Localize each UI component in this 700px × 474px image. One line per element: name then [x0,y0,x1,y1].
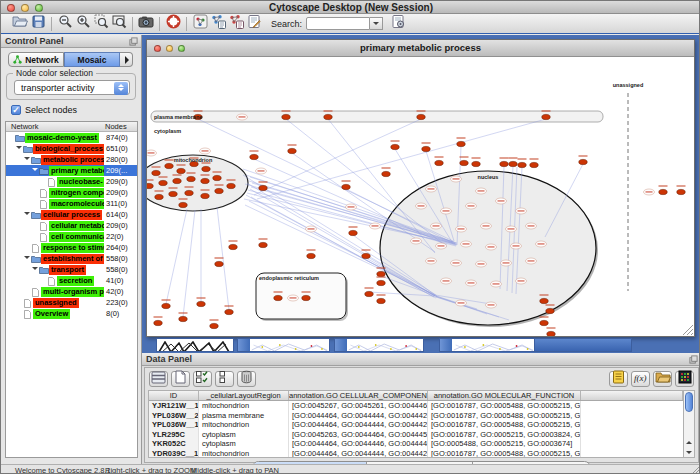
minimized-network-window[interactable] [156,338,234,352]
tree-row[interactable]: primary metabo209(... [6,165,137,176]
expand-arrow-icon[interactable] [24,256,30,262]
column-header[interactable]: annotation.GO MOLECULAR_FUNCTION [428,391,581,400]
tree-row[interactable]: cell communicat22(0) [6,231,137,242]
delete-attribute-button[interactable] [237,371,256,387]
tree-row[interactable]: macromolecule311(0) [6,198,137,209]
table-row[interactable]: YJR121W__1mitochondrion[GO:0045267, GO:0… [149,401,683,411]
attribute-table-button[interactable] [149,371,168,387]
tree-row[interactable]: cellular metabo209(0) [6,220,137,231]
tree-row[interactable]: biological_process651(0) [6,143,137,154]
tree-row[interactable]: metabolic process280(0) [6,154,137,165]
zoom-in-button[interactable] [74,15,92,32]
zoom-fit-button[interactable] [110,15,128,32]
float-panel-icon[interactable] [129,37,138,46]
tree-row[interactable]: nucleobase-209(0) [6,176,137,187]
tab-mosaic[interactable]: Mosaic [64,52,120,67]
table-cell[interactable]: [GO:0016787, GO:0005488, GO:0005215, G..… [428,449,581,459]
scrollbar-thumb[interactable] [685,392,693,412]
table-cell[interactable]: [GO:0016787, GO:0005488, GO:0005215, G..… [428,401,581,411]
tree-row[interactable]: mosaic-demo-yeast874(0) [6,132,137,143]
expand-arrow-icon[interactable] [16,146,22,152]
float-data-panel-icon[interactable] [689,355,698,364]
expand-arrow-icon[interactable] [24,157,30,163]
minimized-network-window[interactable] [334,338,424,352]
scroll-down-icon[interactable] [684,447,694,457]
table-cell[interactable]: cytoplasm [199,430,289,440]
search-input[interactable] [306,17,370,30]
attribute-list-button[interactable] [609,371,628,387]
save-button[interactable] [29,15,47,32]
resize-grip-icon[interactable] [691,466,700,474]
select-attributes-button[interactable] [193,371,212,387]
search-config-button[interactable] [389,15,407,32]
open-file-button[interactable] [11,15,29,32]
tree-row[interactable]: Overview8(0) [6,308,137,319]
column-header[interactable]: _cellularLayoutRegion [199,391,289,400]
table-cell[interactable]: YPL036W__2 [149,411,199,421]
import-attributes-button[interactable] [653,371,672,387]
expand-arrow-icon[interactable] [24,212,30,218]
table-row[interactable]: YKR052Ccytoplasm[GO:0044464, GO:0044446,… [149,439,683,449]
function-builder-button[interactable]: f(x) [631,371,650,387]
app-titlebar[interactable]: Cytoscape Desktop (New Session) [1,1,700,14]
minimized-network-window[interactable] [237,338,330,352]
table-cell[interactable]: [GO:0016787, GO:0005488, GO:0005215, G..… [428,411,581,421]
annotations-button[interactable] [245,15,263,32]
scroll-up-icon[interactable] [684,437,694,447]
table-cell[interactable]: [GO:0044464, GO:0044444, GO:0044425, G..… [289,420,428,430]
new-attribute-button[interactable] [171,371,190,387]
table-row[interactable]: YLR295Ccytoplasm[GO:0045263, GO:0044464,… [149,430,683,440]
table-cell[interactable]: cytoplasm [199,439,289,449]
table-cell[interactable]: [GO:0005488, GO:0005215, GO:0003674] [428,439,581,449]
matrix-button[interactable] [675,371,694,387]
network-canvas[interactable]: plasma membranecytoplasmmitochondrionnuc… [147,57,694,336]
expand-arrow-icon[interactable] [32,168,38,174]
tree-row[interactable]: secretion41(0) [6,275,137,286]
tree-row[interactable]: unassigned223(0) [6,297,137,308]
table-cell[interactable]: mitochondrion [199,401,289,411]
tree-row[interactable]: establishment of lo558(0) [6,253,137,264]
network-window-titlebar[interactable]: primary metabolic process [147,40,694,57]
search-dropdown-button[interactable] [370,17,383,30]
column-header[interactable]: annotation.GO CELLULAR_COMPONENT [289,391,428,400]
color-attribute-select[interactable]: transporter activity [14,80,130,95]
column-header[interactable]: ID [149,391,199,400]
tree-row[interactable]: cellular process614(0) [6,209,137,220]
table-cell[interactable]: YLR295C [149,430,199,440]
zoom-out-button[interactable] [56,15,74,32]
table-cell[interactable]: [GO:0016787, GO:0005215, GO:0003824, G..… [428,430,581,440]
table-cell[interactable]: [GO:0044464, GO:0044446, GO:0044444, G..… [289,439,428,449]
table-cell[interactable]: YDR039C__1 [149,449,199,459]
tree-row[interactable]: nitrogen compo209(0) [6,187,137,198]
table-cell[interactable]: YPL036W__1 [149,420,199,430]
destroy-view-button[interactable] [227,15,245,32]
table-scrollbar[interactable] [683,390,695,458]
table-cell[interactable]: mitochondrion [199,420,289,430]
table-cell[interactable]: [GO:0044464, GO:0044444, GO:0044425, G..… [289,449,428,459]
expand-arrow-icon[interactable] [32,267,38,273]
minimized-network-window[interactable] [439,338,536,352]
tab-network[interactable]: Network [8,52,64,67]
help-button[interactable] [164,15,182,32]
table-cell[interactable]: YKR052C [149,439,199,449]
table-cell[interactable]: [GO:0045263, GO:0044464, GO:0044455, G..… [289,430,428,440]
table-cell[interactable]: [GO:0044464, GO:0044444, GO:0044425, G..… [289,411,428,421]
snapshot-button[interactable] [137,15,155,32]
table-cell[interactable]: mitochondrion [199,449,289,459]
select-nodes-checkbox[interactable]: ✓ [11,105,21,115]
tree-header[interactable]: Network Nodes [6,122,137,132]
minimized-network-window[interactable] [534,338,632,352]
table-cell[interactable]: YJR121W__1 [149,401,199,411]
tree-row[interactable]: multi-organism pro42(0) [6,286,137,297]
table-row[interactable]: YPL036W__1mitochondrion[GO:0044464, GO:0… [149,420,683,430]
table-cell[interactable]: [GO:0016787, GO:0005488, GO:0005215, G..… [428,420,581,430]
create-view-button[interactable] [209,15,227,32]
table-row[interactable]: YDR039C__1mitochondrion[GO:0044464, GO:0… [149,449,683,459]
tree-row[interactable]: response to stimul264(0) [6,242,137,253]
table-cell[interactable]: [GO:0045267, GO:0045261, GO:0044464, G..… [289,401,428,411]
attribute-table[interactable]: ID_cellularLayoutRegionannotation.GO CEL… [148,390,684,458]
unselect-attributes-button[interactable] [215,371,234,387]
tab-overflow-button[interactable] [120,52,133,67]
network-manager-button[interactable] [191,15,209,32]
tree-row[interactable]: transport558(0) [6,264,137,275]
